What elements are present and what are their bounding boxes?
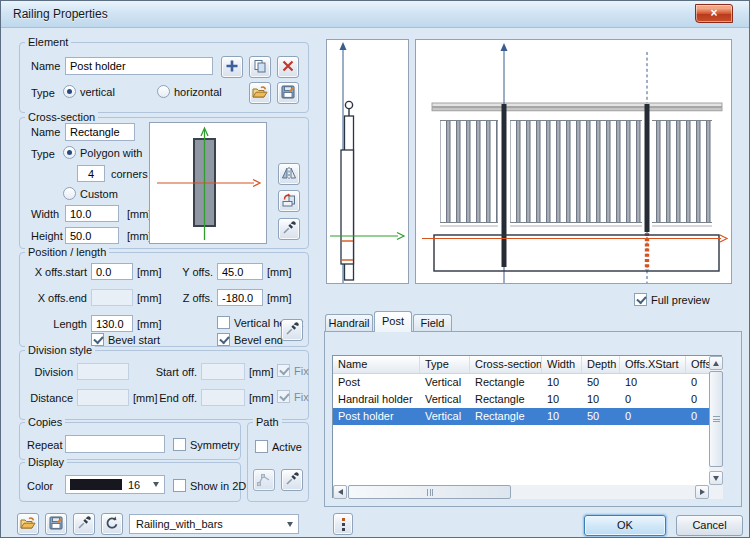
copies-group-label: Copies xyxy=(25,416,65,428)
type-vertical-radio[interactable]: vertical xyxy=(63,85,115,98)
cs-polygon-radio[interactable]: Polygon with xyxy=(63,146,142,159)
cell-name: Post xyxy=(333,374,420,391)
footer-eyedropper-button[interactable] xyxy=(73,513,95,535)
cs-corners-input[interactable] xyxy=(77,165,105,182)
triangle-left-icon xyxy=(338,489,343,495)
plus-icon xyxy=(225,59,239,75)
save-element-button[interactable] xyxy=(277,82,299,104)
column-header-type[interactable]: Type xyxy=(420,356,470,373)
position-eyedropper-button[interactable] xyxy=(281,319,303,341)
color-combo[interactable]: 16 xyxy=(65,475,165,494)
element-group-label: Element xyxy=(25,36,71,48)
x-offs-end-label: X offs.end xyxy=(21,292,87,304)
horizontal-scrollbar[interactable] xyxy=(333,485,709,499)
cross-section-preview xyxy=(149,122,267,244)
scroll-down-button[interactable] xyxy=(709,471,723,485)
column-header-offs[interactable]: Offs xyxy=(686,356,709,373)
element-name-label: Name xyxy=(31,60,60,72)
column-header-offs-xstart[interactable]: Offs.XStart xyxy=(620,356,686,373)
tab-handrail[interactable]: Handrail xyxy=(325,314,373,331)
cs-type-label: Type xyxy=(31,148,55,160)
table-row-handrail-holder[interactable]: Handrail holder Vertical Rectangle 10 10… xyxy=(333,391,709,408)
add-element-button[interactable] xyxy=(221,56,243,78)
eyedropper-icon xyxy=(285,472,299,488)
tab-post[interactable]: Post xyxy=(374,311,412,332)
table-header-row: Name Type Cross-section Width Depth Offs… xyxy=(333,356,709,374)
column-header-name[interactable]: Name xyxy=(333,356,420,373)
triangle-up-icon xyxy=(713,361,719,366)
start-off-unit: [mm] xyxy=(249,366,273,378)
y-offs-input[interactable] xyxy=(217,263,263,280)
repeat-input[interactable] xyxy=(65,435,165,453)
cell-offs: 0 xyxy=(686,391,709,408)
symmetry-checkbox[interactable]: Symmetry xyxy=(173,438,240,451)
column-header-cross-section[interactable]: Cross-section xyxy=(470,356,542,373)
bevel-end-checkbox[interactable]: Bevel end xyxy=(217,333,283,346)
table-row-post[interactable]: Post Vertical Rectangle 10 50 10 0 xyxy=(333,374,709,391)
open-file-button[interactable] xyxy=(17,513,39,535)
vertical-scroll-thumb[interactable] xyxy=(709,371,723,467)
copy-element-button[interactable] xyxy=(249,56,271,78)
path-eyedropper-button[interactable] xyxy=(281,469,303,491)
cell-width: 10 xyxy=(542,408,582,425)
x-offs-start-unit: [mm] xyxy=(137,266,161,278)
x-offs-end-input xyxy=(91,289,133,306)
table-row-post-holder-selected[interactable]: Post holder Vertical Rectangle 10 50 0 0 xyxy=(333,408,709,425)
fix-start-label: Fix xyxy=(294,365,309,377)
cs-name-input[interactable] xyxy=(65,123,135,141)
x-offs-start-input[interactable] xyxy=(91,263,133,280)
z-offs-label: Z offs. xyxy=(171,292,213,304)
rotate-cross-section-button[interactable] xyxy=(278,190,300,212)
element-type-label: Type xyxy=(31,87,55,99)
scroll-left-button[interactable] xyxy=(333,485,347,499)
mirror-button[interactable] xyxy=(278,163,300,185)
cs-custom-radio[interactable]: Custom xyxy=(63,187,118,200)
open-folder-icon xyxy=(20,516,36,532)
full-preview-checkbox[interactable]: Full preview xyxy=(634,293,710,306)
column-header-width[interactable]: Width xyxy=(542,356,582,373)
reset-button[interactable] xyxy=(101,513,123,535)
cs-eyedropper-button[interactable] xyxy=(278,218,300,240)
x-offs-start-label: X offs.start xyxy=(21,266,87,278)
save-file-button[interactable] xyxy=(45,513,67,535)
repeat-label: Repeat xyxy=(27,439,62,451)
more-options-button[interactable] xyxy=(333,513,353,535)
delete-element-button[interactable] xyxy=(277,56,299,78)
cell-type: Vertical xyxy=(420,391,470,408)
cell-type: Vertical xyxy=(420,374,470,391)
path-active-checkbox[interactable]: Active xyxy=(255,440,302,453)
chevron-down-icon xyxy=(287,522,293,527)
scroll-up-button[interactable] xyxy=(709,356,723,370)
cancel-button[interactable]: Cancel xyxy=(676,515,743,536)
length-input[interactable] xyxy=(91,315,133,332)
horizontal-scroll-thumb[interactable] xyxy=(348,485,511,499)
tab-field[interactable]: Field xyxy=(413,314,452,331)
vertical-scrollbar[interactable] xyxy=(709,356,723,485)
railing-properties-dialog: Railing Properties × Element Cross-secti… xyxy=(0,0,750,538)
position-length-group-label: Position / length xyxy=(25,246,109,258)
show-in-2d-label: Show in 2D xyxy=(190,480,246,492)
preset-value: Railing_with_bars xyxy=(136,518,223,530)
thumb-grip xyxy=(713,416,720,422)
bevel-end-label: Bevel end xyxy=(234,334,283,346)
load-element-button[interactable] xyxy=(249,82,271,104)
ok-button[interactable]: OK xyxy=(584,515,666,536)
column-header-depth[interactable]: Depth xyxy=(582,356,620,373)
cell-width: 10 xyxy=(542,374,582,391)
delete-x-icon xyxy=(282,60,294,74)
y-offs-unit: [mm] xyxy=(267,266,291,278)
z-offs-input[interactable] xyxy=(217,289,263,306)
scroll-right-button[interactable] xyxy=(695,485,709,499)
cross-section-group-label: Cross-section xyxy=(25,111,98,123)
cell-offs-xstart: 0 xyxy=(620,408,686,425)
bevel-start-checkbox[interactable]: Bevel start xyxy=(91,333,160,346)
type-horizontal-radio[interactable]: horizontal xyxy=(157,85,222,98)
close-button[interactable]: × xyxy=(695,4,733,23)
cs-height-input[interactable] xyxy=(65,227,119,244)
checkbox-box xyxy=(277,364,290,377)
preset-combo[interactable]: Railing_with_bars xyxy=(129,514,299,534)
element-name-input[interactable] xyxy=(65,57,213,75)
show-in-2d-checkbox[interactable]: Show in 2D xyxy=(173,479,246,492)
end-off-label: End off. xyxy=(147,392,197,404)
cs-width-input[interactable] xyxy=(65,205,119,222)
